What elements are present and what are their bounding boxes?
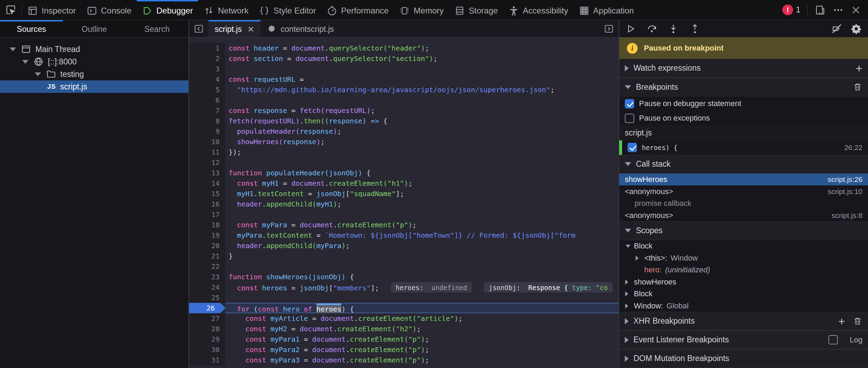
add-watch-expression-button[interactable]: +	[856, 63, 862, 73]
log-checkbox[interactable]	[828, 335, 838, 344]
tree-item-main-thread[interactable]: Main Thread	[0, 43, 188, 55]
line-number[interactable]: 22	[189, 261, 225, 272]
source-tab-contentscript-js[interactable]: contentscript.js	[261, 20, 340, 37]
code-line-10[interactable]: 10 showHeroes(response);	[189, 137, 619, 147]
line-number[interactable]: 11	[189, 147, 225, 157]
line-number[interactable]: 5	[189, 85, 225, 95]
twisty-expanded-icon[interactable]	[10, 47, 16, 51]
code-line-26[interactable]: 2626 for (const hero of heroes) {	[189, 303, 619, 313]
section-dom-mutation-breakpoints[interactable]: DOM Mutation Breakpoints	[619, 349, 868, 368]
source-tab-script-js[interactable]: script.js✕	[209, 20, 261, 37]
tree-item-testing[interactable]: testing	[0, 68, 188, 80]
code-line-20[interactable]: 20 header.appendChild(myPara);	[189, 240, 619, 251]
scope-row[interactable]: showHeroes	[619, 276, 868, 288]
add-xhr-breakpoint-button[interactable]: +	[838, 316, 845, 326]
code-line-17[interactable]: 17	[189, 209, 619, 220]
code-line-22[interactable]: 22	[189, 261, 619, 272]
meatball-menu-button[interactable]	[833, 5, 844, 16]
line-number[interactable]: 16	[189, 199, 225, 209]
line-number[interactable]: 31	[189, 355, 225, 365]
code-line-4[interactable]: 4const requestURL =	[189, 74, 619, 85]
toolbar-tab-application[interactable]: Application	[573, 0, 639, 20]
breakpoint-option-checkbox[interactable]	[625, 114, 634, 123]
line-number[interactable]: 24	[189, 282, 225, 292]
section-xhr-breakpoints[interactable]: XHR Breakpoints+	[619, 312, 868, 331]
inline-preview-badge[interactable]: jsonObj: Response { type: "co	[484, 282, 612, 292]
line-number[interactable]: 30	[189, 344, 225, 355]
collapse-sources-panel-button[interactable]	[189, 20, 209, 37]
error-badge[interactable]: ! 1	[782, 5, 800, 15]
tree-item--8000[interactable]: [::]:8000	[0, 55, 188, 68]
line-number[interactable]: 9	[189, 126, 225, 137]
line-number[interactable]: 19	[189, 230, 225, 240]
remove-breakpoints-button[interactable]	[853, 82, 862, 92]
scope-row[interactable]: hero:(uninitialized)	[619, 264, 868, 276]
node-picker-button[interactable]	[0, 0, 22, 20]
deactivate-breakpoints-button[interactable]	[831, 23, 842, 34]
code-line-25[interactable]: 25	[189, 292, 619, 303]
step-in-button[interactable]	[668, 23, 679, 34]
code-line-6[interactable]: 6	[189, 95, 619, 105]
code-line-19[interactable]: 19 myPara.textContent = `Hometown: ${jso…	[189, 230, 619, 240]
step-out-button[interactable]	[689, 23, 700, 34]
line-number[interactable]: 17	[189, 209, 225, 220]
toolbar-tab-performance[interactable]: Performance	[321, 0, 394, 20]
line-number[interactable]: 14	[189, 178, 225, 189]
section-scopes[interactable]: Scopes	[619, 221, 868, 240]
line-number[interactable]: 6	[189, 95, 225, 105]
line-number[interactable]: 23	[189, 272, 225, 282]
code-line-1[interactable]: 1const header = document.querySelector("…	[189, 43, 619, 53]
scope-row[interactable]: Block	[619, 240, 868, 252]
code-line-21[interactable]: 21}	[189, 251, 619, 261]
code-line-15[interactable]: 15 myH1.textContent = jsonObj["squadName…	[189, 189, 619, 199]
expand-panes-button[interactable]	[599, 20, 619, 37]
highlighted-token[interactable]: heroes	[316, 304, 341, 313]
code-line-30[interactable]: 30 const myPara2 = document.createElemen…	[189, 344, 619, 355]
line-number[interactable]: 2	[189, 53, 225, 64]
toolbar-tab-style-editor[interactable]: Style Editor	[254, 0, 321, 20]
section-breakpoints[interactable]: Breakpoints	[619, 78, 868, 96]
toolbar-tab-network[interactable]: Network	[198, 0, 254, 20]
line-number[interactable]: 8	[189, 116, 225, 126]
code-line-12[interactable]: 12	[189, 157, 619, 168]
code-editor[interactable]: 1const header = document.querySelector("…	[189, 37, 619, 368]
line-number[interactable]: 28	[189, 324, 225, 334]
toolbar-tab-inspector[interactable]: Inspector	[22, 0, 81, 20]
breakpoint-option[interactable]: Pause on debugger statement	[619, 96, 868, 111]
settings-button[interactable]	[851, 23, 862, 34]
breakpoint-option-checkbox[interactable]	[625, 99, 634, 108]
code-line-18[interactable]: 18 const myPara = document.createElement…	[189, 220, 619, 230]
toolbar-tab-debugger[interactable]: Debugger	[137, 0, 198, 20]
breakpoint-option[interactable]: Pause on exceptions	[619, 111, 868, 125]
section-call-stack[interactable]: Call stack	[619, 155, 868, 174]
twisty-expanded-icon[interactable]	[22, 60, 28, 64]
scope-row[interactable]: Block	[619, 288, 868, 300]
code-line-8[interactable]: 8fetch(requestURL).then((response) => {	[189, 116, 619, 126]
call-stack-frame[interactable]: showHeroesscript.js:26	[619, 174, 868, 186]
toolbar-tab-accessibility[interactable]: Accessibility	[503, 0, 573, 20]
toolbar-tab-storage[interactable]: Storage	[449, 0, 503, 20]
responsive-design-mode-button[interactable]	[815, 5, 826, 16]
code-line-11[interactable]: 11});	[189, 147, 619, 157]
code-line-13[interactable]: 13function populateHeader(jsonObj) {	[189, 168, 619, 178]
line-number[interactable]: 15	[189, 189, 225, 199]
line-number[interactable]: 7	[189, 105, 225, 116]
line-number[interactable]: 10	[189, 137, 225, 147]
line-number[interactable]: 21	[189, 251, 225, 261]
tab-search[interactable]: Search	[126, 20, 188, 37]
line-number[interactable]: 4	[189, 74, 225, 85]
tab-outline[interactable]: Outline	[63, 20, 126, 37]
code-line-23[interactable]: 23function showHeroes(jsonObj) {	[189, 272, 619, 282]
code-line-14[interactable]: 14 const myH1 = document.createElement("…	[189, 178, 619, 189]
call-stack-frame[interactable]: promise callback	[619, 198, 868, 210]
step-over-button[interactable]	[646, 23, 657, 34]
close-devtools-button[interactable]	[851, 5, 861, 15]
tab-sources[interactable]: Sources	[0, 20, 63, 37]
line-number[interactable]: 13	[189, 168, 225, 178]
line-number[interactable]: 3	[189, 64, 225, 74]
call-stack-frame[interactable]: <anonymous>script.js:10	[619, 185, 868, 198]
code-line-27[interactable]: 27 const myArticle = document.createElem…	[189, 313, 619, 324]
line-number[interactable]: 20	[189, 240, 225, 251]
tree-item-script-js[interactable]: JSscript.js	[0, 80, 188, 93]
twisty-expanded-icon[interactable]	[35, 72, 41, 76]
